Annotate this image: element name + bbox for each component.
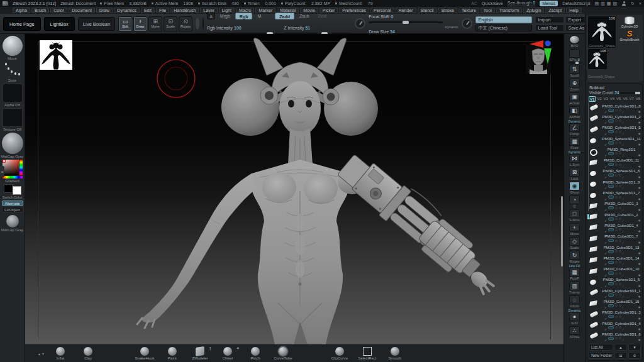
brush-scroll-indicator[interactable]: ▲▼ [38, 352, 45, 356]
brush-toggle-icon[interactable] [615, 261, 618, 263]
visibility-eye-icon[interactable] [608, 239, 614, 242]
brush-shortcut[interactable]: SelectRect [355, 346, 380, 361]
visible-count-slider[interactable]: Visible Count 24 [587, 90, 642, 95]
brush-shortcut[interactable]: Paint [160, 346, 185, 361]
menu-item[interactable]: Document [69, 8, 95, 13]
mask-toggle-icon[interactable] [619, 239, 621, 242]
subtool-item[interactable]: PM3D_Cylinder3D1_4 [589, 320, 642, 331]
default-zscript-button[interactable]: DefaultZScript [562, 1, 590, 6]
stroke-type-icon[interactable] [4, 62, 21, 78]
sculpt-toggle[interactable]: Zsub [296, 13, 313, 19]
subtool-item[interactable]: PM3D_Cylinder3D1_8 [589, 102, 642, 113]
alpha-selector-icon[interactable] [3, 84, 23, 102]
subtool-item[interactable]: PM3D_Cylinder3D1_2 [589, 113, 642, 124]
subtool-item[interactable]: PM3D_Ring3D1 [589, 146, 642, 156]
lock-camera-icon[interactable]: ⊠ [569, 168, 580, 177]
brush-toggle-icon[interactable] [615, 250, 618, 253]
aahalf-icon[interactable]: ◧ [569, 106, 580, 115]
axis-gizmo-icon[interactable] [528, 39, 558, 67]
subtool-thumbnail[interactable] [589, 224, 600, 231]
subtool-thumbnail[interactable] [589, 332, 600, 339]
load-tool-button[interactable]: Load Tool [535, 25, 564, 31]
visibility-eye-icon[interactable] [608, 282, 614, 285]
visibility-eye-icon[interactable] [608, 326, 614, 329]
mask-toggle-icon[interactable] [619, 152, 621, 155]
menu-item[interactable]: Brush [31, 8, 49, 13]
menus-toggle[interactable]: Menus [540, 1, 558, 6]
visibility-eye-icon[interactable] [608, 173, 614, 177]
subtool-item[interactable]: PM3D_Cylinder3D1_13 [589, 342, 642, 343]
rotate-tool-icon[interactable]: ↻ [569, 251, 580, 260]
subtool-item[interactable]: PM3D_Cube3D1_14 [589, 255, 642, 265]
symmetry-gauge-icon[interactable] [355, 18, 365, 29]
visibility-tab[interactable]: V1 [589, 96, 596, 102]
mask-toggle-icon[interactable] [619, 217, 621, 220]
subtool-item[interactable]: PM3D_Sphere3D1_5 [589, 277, 642, 287]
live-boolean-button[interactable]: Live Boolean [78, 17, 115, 31]
floor-grid-icon[interactable]: ▦ [569, 137, 580, 146]
perspective-icon[interactable]: ∠ [569, 123, 580, 132]
brush-shortcut[interactable]: Smooth [382, 346, 408, 361]
language-chinese-button[interactable]: 中文 (Chinese) [475, 25, 532, 31]
z-intensity-slider[interactable]: Z Intensity 51 [284, 21, 352, 35]
brush-toggle-icon[interactable] [615, 272, 618, 275]
mask-toggle-icon[interactable] [619, 207, 621, 209]
visibility-eye-icon[interactable] [608, 217, 614, 221]
move-down-icon[interactable]: ▼ [628, 344, 641, 351]
subtool-thumbnail[interactable] [589, 137, 600, 144]
visibility-tab[interactable]: V3 [603, 96, 609, 102]
close-icon[interactable]: × [639, 1, 641, 6]
subtool-item[interactable]: PM3D_Cube3D1_3 [589, 200, 642, 211]
shelf-tool[interactable]: ◇ Scale [569, 237, 580, 250]
current-brush-icon[interactable] [3, 36, 23, 56]
mask-toggle-icon[interactable] [619, 261, 621, 263]
subtool-item[interactable]: PM3D_Cylinder3D1_6 [589, 331, 642, 341]
subtool-item[interactable]: PM3D_Cube3D1_10 [589, 265, 642, 276]
subtool-item[interactable]: PM3D_Sphere3D1_9 [589, 178, 642, 189]
transparency-icon[interactable]: ▥ [569, 282, 580, 290]
mask-toggle-icon[interactable] [619, 228, 621, 231]
visibility-eye-icon[interactable] [608, 152, 614, 155]
language-english-button[interactable]: English [475, 16, 532, 23]
mask-toggle-icon[interactable] [619, 119, 621, 122]
sculpt-toggle[interactable]: Zadd [275, 13, 294, 19]
subtool-thumbnail[interactable] [589, 278, 600, 285]
shelf-tool[interactable]: ⊠ Lock [569, 168, 580, 180]
brush-toggle-icon[interactable] [615, 217, 618, 220]
canvas-vertical-scrollbar[interactable] [561, 196, 563, 266]
local-symmetry-icon[interactable]: ⋈ [569, 154, 580, 163]
quick-icon[interactable]: ◔ [569, 195, 580, 204]
subtool-thumbnail[interactable] [589, 300, 600, 307]
shelf-tool[interactable]: □ Frame [569, 209, 580, 222]
draw-mode-icon[interactable]: + Draw [133, 16, 147, 31]
mask-toggle-icon[interactable] [619, 141, 621, 144]
subtool-thumbnail[interactable] [589, 268, 600, 275]
visibility-tab[interactable]: V8 [635, 96, 641, 102]
visibility-eye-icon[interactable] [608, 195, 614, 199]
shelf-tool[interactable]: ▦ Floor [569, 137, 580, 150]
brush-toggle-icon[interactable] [615, 174, 618, 177]
shelf-tool[interactable]: ▣ Actual [569, 92, 580, 105]
sculpt-model[interactable] [25, 34, 564, 344]
scale-tool-icon[interactable]: ◇ [569, 237, 580, 246]
visibility-eye-icon[interactable] [608, 141, 614, 145]
brush-toggle-icon[interactable] [615, 119, 618, 122]
visibility-eye-icon[interactable] [608, 163, 614, 166]
visibility-eye-icon[interactable] [608, 119, 614, 123]
scroll-icon[interactable]: ⇅ [569, 65, 580, 74]
quick-pick-tool[interactable]: Cylinder3D [621, 16, 638, 28]
subtool-thumbnail[interactable] [589, 126, 600, 133]
visibility-tab[interactable]: V4 [609, 96, 615, 102]
viewport-canvas[interactable] [25, 34, 564, 344]
quick-pick-tool[interactable]: S SimpleBrush [619, 30, 639, 41]
menu-item[interactable]: HandBrush [170, 8, 199, 13]
layout-next-icon[interactable]: ▥ [601, 1, 605, 6]
visibility-eye-icon[interactable] [608, 185, 614, 188]
brush-toggle-icon[interactable] [615, 239, 618, 242]
scale-mode-icon[interactable]: ⊡ Scale [164, 16, 177, 31]
radial-symmetry-gauge-icon[interactable] [462, 18, 472, 29]
brush-toggle-icon[interactable] [615, 152, 618, 155]
brush-toggle-icon[interactable] [615, 185, 618, 187]
subtool-thumbnail[interactable] [589, 159, 600, 166]
solo-icon[interactable]: ● [569, 312, 580, 321]
